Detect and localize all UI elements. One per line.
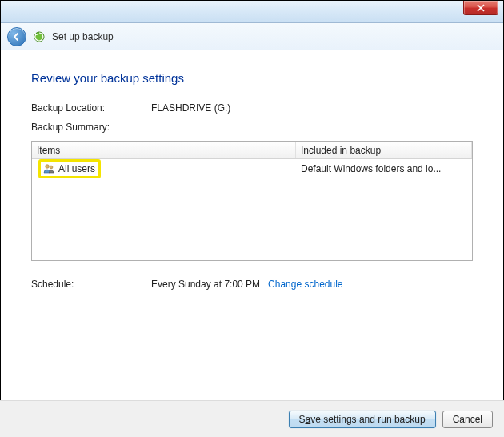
svg-point-0 (34, 32, 44, 42)
schedule-row: Schedule: Every Sunday at 7:00 PM Change… (31, 279, 473, 290)
arrow-left-icon (12, 32, 22, 42)
backup-location-row: Backup Location: FLASHDRIVE (G:) (31, 102, 473, 114)
backup-app-icon (33, 30, 46, 43)
back-button[interactable] (7, 27, 26, 46)
backup-summary-label: Backup Summary: (31, 122, 473, 133)
footer: Save settings and run backup Cancel (0, 400, 504, 437)
header-row: Set up backup (1, 23, 503, 50)
content-area: Review your backup settings Backup Locat… (1, 50, 503, 290)
row-item-name: All users (58, 163, 95, 174)
cell-items: All users (34, 159, 298, 178)
summary-listview[interactable]: Items Included in backup All users (31, 141, 473, 261)
close-button[interactable] (463, 1, 498, 15)
listview-header: Items Included in backup (32, 142, 472, 159)
close-icon (477, 4, 485, 12)
schedule-value: Every Sunday at 7:00 PM (151, 279, 260, 290)
page-heading: Review your backup settings (31, 71, 473, 85)
change-schedule-link[interactable]: Change schedule (268, 279, 342, 290)
svg-point-2 (50, 166, 53, 169)
users-icon (42, 162, 55, 175)
column-included[interactable]: Included in backup (296, 142, 472, 158)
column-items[interactable]: Items (32, 142, 296, 158)
titlebar (1, 1, 503, 23)
backup-location-label: Backup Location: (31, 102, 151, 114)
backup-location-value: FLASHDRIVE (G:) (151, 102, 230, 114)
save-and-run-button[interactable]: Save settings and run backup (289, 411, 436, 428)
highlight-annotation: All users (38, 159, 101, 178)
cell-included: Default Windows folders and lo... (298, 163, 470, 174)
cancel-button[interactable]: Cancel (442, 411, 493, 428)
table-row[interactable]: All users Default Windows folders and lo… (32, 159, 472, 178)
svg-point-1 (46, 165, 50, 169)
window-title: Set up backup (52, 31, 114, 42)
schedule-label: Schedule: (31, 279, 151, 290)
